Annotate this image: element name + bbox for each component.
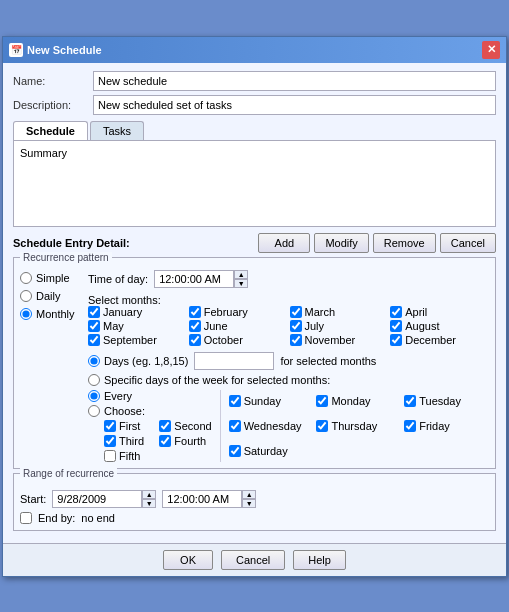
close-button[interactable]: ✕ <box>482 41 500 59</box>
monthly-radio[interactable] <box>20 308 32 320</box>
month-march[interactable]: March <box>290 306 389 318</box>
days-radio[interactable] <box>88 355 100 367</box>
bottom-buttons: OK Cancel Help <box>3 543 506 576</box>
start-row: Start: ▲ ▼ ▲ ▼ <box>20 490 489 508</box>
ordinal-third[interactable]: Third <box>104 435 156 447</box>
end-label: End by: <box>38 512 75 524</box>
daily-label: Daily <box>36 290 60 302</box>
day-saturday[interactable]: Saturday <box>229 440 314 462</box>
day-wednesday[interactable]: Wednesday <box>229 415 314 437</box>
tab-schedule[interactable]: Schedule <box>13 121 88 140</box>
ordinal-fifth[interactable]: Fifth <box>104 450 156 462</box>
start-time-up[interactable]: ▲ <box>242 490 256 499</box>
remove-button[interactable]: Remove <box>373 233 436 253</box>
month-june[interactable]: June <box>189 320 288 332</box>
start-date-input[interactable] <box>52 490 142 508</box>
start-date-spinner: ▲ ▼ <box>142 490 156 508</box>
tab-content: Summary <box>13 140 496 227</box>
choose-radio[interactable]: Choose: <box>88 405 212 417</box>
tab-tasks[interactable]: Tasks <box>90 121 144 140</box>
new-schedule-window: 📅 New Schedule ✕ Name: Description: Sche… <box>2 36 507 577</box>
daily-radio[interactable] <box>20 290 32 302</box>
days-input[interactable] <box>194 352 274 370</box>
specific-days-section: Specific days of the week for selected m… <box>88 374 489 462</box>
day-friday[interactable]: Friday <box>404 415 489 437</box>
time-down-button[interactable]: ▼ <box>234 279 248 288</box>
simple-radio[interactable] <box>20 272 32 284</box>
day-sunday[interactable]: Sunday <box>229 390 314 412</box>
ordinal-second[interactable]: Second <box>159 420 211 432</box>
ok-button[interactable]: OK <box>163 550 213 570</box>
name-label: Name: <box>13 75 93 87</box>
specific-radio[interactable] <box>88 374 100 386</box>
cancel-button[interactable]: Cancel <box>440 233 496 253</box>
recurrence-settings: Time of day: ▲ ▼ Select months: <box>88 270 489 462</box>
monthly-radio-label[interactable]: Monthly <box>20 308 80 320</box>
desc-row: Description: <box>13 95 496 115</box>
time-label: Time of day: <box>88 273 148 285</box>
select-months-label: Select months: <box>88 294 161 306</box>
time-up-button[interactable]: ▲ <box>234 270 248 279</box>
ordinals-col: Every Choose: First Second Third <box>88 390 212 462</box>
help-button[interactable]: Help <box>293 550 346 570</box>
range-title: Range of recurrence <box>20 468 117 479</box>
days-row: Days (eg. 1,8,15) for selected months <box>88 352 489 370</box>
specific-label: Specific days of the week for selected m… <box>104 374 330 386</box>
every-radio[interactable]: Every <box>88 390 212 402</box>
summary-textarea[interactable]: Summary <box>18 145 491 220</box>
desc-input[interactable] <box>93 95 496 115</box>
recurrence-section: Recurrence pattern Simple Daily Monthly <box>13 257 496 469</box>
start-date-down[interactable]: ▼ <box>142 499 156 508</box>
modify-button[interactable]: Modify <box>314 233 368 253</box>
main-content: Name: Description: Schedule Tasks Summar… <box>3 63 506 543</box>
title-bar: 📅 New Schedule ✕ <box>3 37 506 63</box>
day-monday[interactable]: Monday <box>316 390 401 412</box>
time-input[interactable] <box>154 270 234 288</box>
months-section: Select months: January February March Ap… <box>88 294 489 346</box>
specific-inner: Every Choose: First Second Third <box>88 390 489 462</box>
start-time-input[interactable] <box>162 490 242 508</box>
month-august[interactable]: August <box>390 320 489 332</box>
simple-radio-label[interactable]: Simple <box>20 272 80 284</box>
specific-radio-label[interactable]: Specific days of the week for selected m… <box>88 374 489 386</box>
month-november[interactable]: November <box>290 334 389 346</box>
day-tuesday[interactable]: Tuesday <box>404 390 489 412</box>
month-september[interactable]: September <box>88 334 187 346</box>
weekdays-grid: Sunday Monday Tuesday Wednesday Thursday… <box>220 390 489 462</box>
days-radio-label[interactable]: Days (eg. 1,8,15) <box>88 355 188 367</box>
window-title: New Schedule <box>27 44 102 56</box>
name-input[interactable] <box>93 71 496 91</box>
ordinal-fourth[interactable]: Fourth <box>159 435 211 447</box>
month-may[interactable]: May <box>88 320 187 332</box>
days-eg-label: Days (eg. 1,8,15) <box>104 355 188 367</box>
month-january[interactable]: January <box>88 306 187 318</box>
month-april[interactable]: April <box>390 306 489 318</box>
add-button[interactable]: Add <box>258 233 310 253</box>
cancel-bottom-button[interactable]: Cancel <box>221 550 285 570</box>
daily-radio-label[interactable]: Daily <box>20 290 80 302</box>
day-thursday[interactable]: Thursday <box>316 415 401 437</box>
recurrence-inner: Simple Daily Monthly Time of day: <box>20 270 489 462</box>
ordinals-grid: First Second Third Fourth Fifth <box>104 420 212 462</box>
entry-buttons: Add Modify Remove Cancel <box>258 233 496 253</box>
entry-detail-row: Schedule Entry Detail: Add Modify Remove… <box>13 233 496 253</box>
simple-label: Simple <box>36 272 70 284</box>
start-date-up[interactable]: ▲ <box>142 490 156 499</box>
time-spinner: ▲ ▼ <box>154 270 248 288</box>
month-july[interactable]: July <box>290 320 389 332</box>
start-label: Start: <box>20 493 46 505</box>
entry-detail-label: Schedule Entry Detail: <box>13 237 258 249</box>
month-february[interactable]: February <box>189 306 288 318</box>
monthly-label: Monthly <box>36 308 75 320</box>
months-grid: January February March April May June Ju… <box>88 306 489 346</box>
month-december[interactable]: December <box>390 334 489 346</box>
start-date-spin: ▲ ▼ <box>52 490 156 508</box>
start-time-down[interactable]: ▼ <box>242 499 256 508</box>
window-icon: 📅 <box>9 43 23 57</box>
name-row: Name: <box>13 71 496 91</box>
month-october[interactable]: October <box>189 334 288 346</box>
ordinal-first[interactable]: First <box>104 420 156 432</box>
end-by-checkbox[interactable] <box>20 512 32 524</box>
start-time-spin: ▲ ▼ <box>162 490 256 508</box>
end-value: no end <box>81 512 115 524</box>
